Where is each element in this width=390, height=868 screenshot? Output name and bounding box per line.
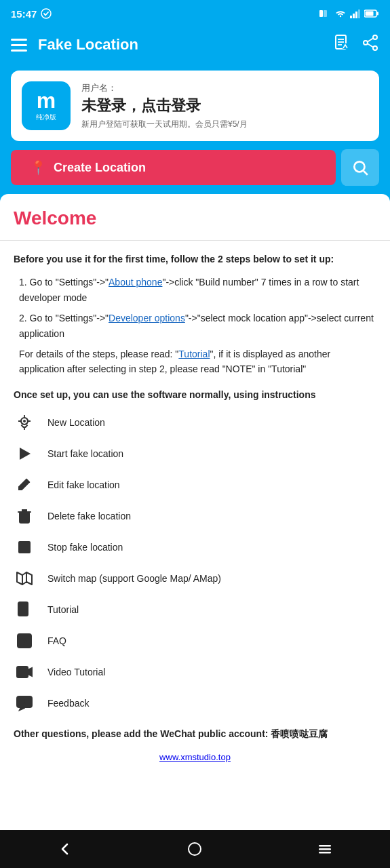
stop-label: Stop fake location bbox=[47, 542, 123, 553]
signal-icon bbox=[350, 9, 361, 18]
status-icons bbox=[319, 9, 379, 18]
new-location-icon bbox=[14, 412, 35, 433]
map-icon bbox=[14, 568, 35, 589]
developer-options-link[interactable]: Developer options bbox=[109, 313, 185, 323]
pencil-icon bbox=[14, 474, 35, 496]
status-time: 15:47 bbox=[11, 8, 52, 20]
edit-label: Edit fake location bbox=[47, 479, 120, 490]
avatar-letter: m bbox=[37, 90, 56, 111]
list-item: Start fake location bbox=[14, 443, 376, 465]
menu-icon bbox=[317, 842, 332, 856]
wifi-icon bbox=[334, 9, 347, 18]
svg-marker-24 bbox=[20, 448, 31, 460]
svg-line-19 bbox=[368, 44, 373, 47]
note-icon-button[interactable] bbox=[333, 34, 351, 56]
svg-rect-4 bbox=[353, 14, 355, 18]
svg-rect-46 bbox=[319, 848, 331, 850]
battery-icon bbox=[364, 9, 379, 18]
list-item: Video Tutorial bbox=[14, 661, 376, 683]
svg-point-16 bbox=[364, 41, 368, 45]
action-row: 📍 Create Location bbox=[11, 149, 379, 186]
svg-rect-45 bbox=[319, 845, 331, 847]
search-icon bbox=[351, 159, 369, 176]
trash-icon bbox=[14, 505, 35, 527]
pin-icon: 📍 bbox=[30, 159, 47, 176]
user-label: 用户名： bbox=[81, 82, 368, 94]
svg-rect-26 bbox=[20, 512, 29, 523]
website-url[interactable]: www.xmstudio.top bbox=[159, 752, 231, 762]
faq-icon: ? bbox=[14, 630, 35, 652]
svg-rect-1 bbox=[319, 10, 323, 17]
faq-label: FAQ bbox=[47, 635, 66, 646]
svg-rect-2 bbox=[324, 10, 327, 17]
svg-point-20 bbox=[354, 161, 364, 172]
avatar-sublabel: 纯净版 bbox=[36, 113, 56, 122]
create-location-button[interactable]: 📍 Create Location bbox=[11, 150, 336, 185]
avatar: m 纯净版 bbox=[22, 81, 71, 130]
list-item: ? FAQ bbox=[14, 630, 376, 652]
svg-rect-29 bbox=[18, 541, 31, 553]
svg-rect-5 bbox=[355, 12, 357, 18]
svg-line-18 bbox=[368, 39, 373, 42]
create-location-label: Create Location bbox=[54, 161, 146, 175]
home-circle-icon bbox=[187, 842, 202, 856]
search-button[interactable] bbox=[341, 149, 379, 186]
tutorial-label: Tutorial bbox=[47, 604, 79, 615]
svg-rect-8 bbox=[377, 12, 379, 16]
check-circle-icon bbox=[41, 8, 52, 19]
svg-rect-9 bbox=[366, 12, 374, 16]
new-location-label: New Location bbox=[47, 417, 105, 428]
list-item: ! Feedback bbox=[14, 692, 376, 714]
intro-text: Before you use it for the first time, fo… bbox=[14, 252, 376, 267]
video-icon bbox=[14, 661, 35, 683]
feedback-icon: ! bbox=[14, 692, 35, 714]
feedback-label: Feedback bbox=[47, 698, 89, 709]
list-item: Delete fake location bbox=[14, 505, 376, 527]
svg-text:?: ? bbox=[22, 636, 28, 647]
status-bar: 15:47 bbox=[0, 0, 390, 24]
menu-button[interactable] bbox=[305, 835, 345, 863]
tutorial-link-1[interactable]: Tutorial bbox=[178, 349, 210, 359]
user-card[interactable]: m 纯净版 用户名： 未登录，点击登录 新用户登陆可获取一天试用期。会员只需¥5… bbox=[11, 71, 379, 141]
section-title: Once set up, you can use the software no… bbox=[14, 388, 376, 402]
list-item: Stop fake location bbox=[14, 536, 376, 558]
bottom-nav bbox=[0, 830, 390, 868]
video-tutorial-label: Video Tutorial bbox=[47, 667, 105, 677]
start-label: Start fake location bbox=[47, 448, 123, 459]
play-icon bbox=[14, 443, 35, 465]
svg-marker-30 bbox=[17, 572, 32, 585]
user-desc: 新用户登陆可获取一天试用期。会员只需¥5/月 bbox=[81, 119, 368, 130]
share-icon bbox=[362, 34, 379, 52]
list-item: Edit fake location bbox=[14, 474, 376, 496]
switch-map-label: Switch map (support Google Map/ AMap) bbox=[47, 573, 221, 584]
document-icon bbox=[333, 34, 351, 52]
svg-point-17 bbox=[373, 46, 377, 50]
list-item: Switch map (support Google Map/ AMap) bbox=[14, 568, 376, 589]
home-button[interactable] bbox=[174, 835, 215, 863]
step-2: 2. Go to "Settings"->"Developer options"… bbox=[19, 311, 376, 341]
svg-point-44 bbox=[189, 843, 201, 855]
svg-point-15 bbox=[373, 35, 377, 39]
divider bbox=[0, 240, 390, 241]
step-1: 1. Go to "Settings"->"About phone"->clic… bbox=[19, 275, 376, 305]
list-item: New Location bbox=[14, 412, 376, 433]
user-info: 用户名： 未登录，点击登录 新用户登陆可获取一天试用期。会员只需¥5/月 bbox=[81, 82, 368, 130]
user-name: 未登录，点击登录 bbox=[81, 96, 368, 116]
app-title: Fake Location bbox=[38, 36, 322, 54]
delete-label: Delete fake location bbox=[47, 511, 131, 521]
svg-rect-6 bbox=[358, 9, 360, 18]
tutorial-icon bbox=[14, 599, 35, 620]
list-item: Tutorial bbox=[14, 599, 376, 620]
share-icon-button[interactable] bbox=[362, 34, 379, 56]
instruction-list: New Location Start fake location Edit fa… bbox=[14, 412, 376, 714]
other-questions: Other questions, please add the WeChat p… bbox=[14, 726, 376, 741]
svg-line-21 bbox=[364, 171, 368, 175]
back-button[interactable] bbox=[45, 835, 85, 863]
top-bar: Fake Location bbox=[0, 24, 390, 65]
svg-marker-40 bbox=[28, 668, 32, 676]
svg-point-0 bbox=[41, 9, 51, 18]
note-text: For details of the steps, please read: "… bbox=[19, 347, 376, 377]
website-link[interactable]: www.xmstudio.top bbox=[14, 752, 376, 768]
hamburger-menu-button[interactable] bbox=[11, 39, 27, 52]
about-phone-link[interactable]: About phone bbox=[109, 277, 162, 288]
